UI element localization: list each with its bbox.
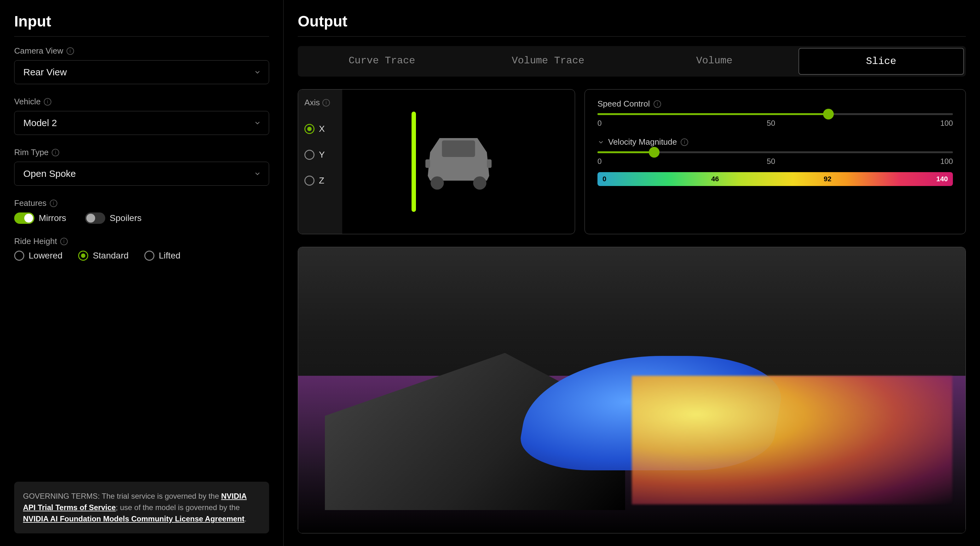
svg-rect-0 [442,141,475,157]
output-tabs: Curve Trace Volume Trace Volume Slice [298,46,966,76]
camera-view-field: Camera View i Rear View [14,46,269,84]
rim-type-label: Rim Type i [14,148,269,157]
chevron-down-icon [254,170,261,177]
axis-preview [342,89,575,234]
terms-mid: ; use of the model is governed by the [116,503,240,512]
speed-control-label: Speed Control i [597,99,953,109]
tab-volume[interactable]: Volume [632,48,797,75]
slider-thumb[interactable] [649,147,660,158]
ride-height-lowered[interactable]: Lowered [14,251,62,261]
velocity-magnitude-slider[interactable] [597,151,953,153]
tick-mid: 50 [767,119,775,128]
ride-height-lifted[interactable]: Lifted [144,251,181,261]
ride-height-lowered-label: Lowered [29,251,62,261]
velocity-magnitude-ticks: 0 50 100 [597,157,953,166]
axis-x-label: X [319,124,325,134]
chevron-down-icon[interactable] [597,139,605,146]
divider [14,36,269,37]
radio-icon [78,251,88,261]
axis-column: Axis i X Y Z [298,89,342,234]
input-panel: Input Camera View i Rear View Vehicle i … [0,0,283,546]
slider-thumb[interactable] [823,109,834,119]
info-icon[interactable]: i [681,138,688,146]
tab-curve-trace[interactable]: Curve Trace [300,48,464,75]
mirrors-toggle[interactable] [14,212,34,224]
camera-view-label: Camera View i [14,46,269,56]
ride-height-lifted-label: Lifted [159,251,181,261]
axis-z[interactable]: Z [304,175,336,186]
radio-icon [304,124,315,134]
camera-view-value: Rear View [23,67,67,78]
car-front-icon [411,115,506,209]
vehicle-field: Vehicle i Model 2 [14,97,269,135]
terms-notice: GOVERNING TERMS: The trial service is go… [14,482,269,533]
gradient-label-3: 140 [936,175,948,183]
features-label-text: Features [14,198,47,208]
axis-options: X Y Z [304,124,336,186]
vehicle-value: Model 2 [23,118,57,128]
vehicle-select[interactable]: Model 2 [14,111,269,135]
input-title: Input [14,13,269,30]
radio-icon [14,251,24,261]
ride-height-label-text: Ride Height [14,236,57,246]
radio-icon [144,251,154,261]
gradient-label-0: 0 [603,175,606,183]
radio-icon [304,175,315,186]
info-icon[interactable]: i [60,238,68,245]
terms-link-license[interactable]: NVIDIA AI Foundation Models Community Li… [23,514,245,523]
axis-label: Axis i [304,98,336,108]
axis-label-text: Axis [304,98,320,108]
rim-type-label-text: Rim Type [14,148,49,157]
terms-suffix: . [245,514,247,523]
info-icon[interactable]: i [52,149,59,156]
speed-control-slider[interactable] [597,113,953,115]
tick-max: 100 [940,119,953,128]
camera-view-label-text: Camera View [14,46,63,56]
axis-y[interactable]: Y [304,150,336,160]
features-label: Features i [14,198,269,208]
info-icon[interactable]: i [654,100,661,108]
mirrors-toggle-item: Mirrors [14,212,66,224]
chevron-down-icon [254,119,261,127]
spoilers-toggle-item: Spoilers [85,212,142,224]
svg-point-2 [473,177,487,190]
ride-height-standard[interactable]: Standard [78,251,129,261]
ride-height-label: Ride Height i [14,236,269,246]
chevron-down-icon [254,68,261,76]
axis-panel: Axis i X Y Z [298,89,575,234]
tick-max: 100 [940,157,953,166]
axis-z-label: Z [319,175,324,186]
radio-icon [304,150,315,160]
output-panel: Output Curve Trace Volume Trace Volume S… [283,0,980,546]
mirrors-label: Mirrors [39,213,66,223]
ride-height-field: Ride Height i Lowered Standard Lifted [14,236,269,261]
output-controls-row: Axis i X Y Z [298,89,966,234]
tab-volume-trace[interactable]: Volume Trace [466,48,630,75]
rim-type-value: Open Spoke [23,168,76,179]
ride-height-standard-label: Standard [93,251,129,261]
info-icon[interactable]: i [67,47,74,55]
slider-fill [597,151,654,153]
divider [298,36,966,37]
speed-control-group: Speed Control i 0 50 100 [597,99,953,128]
svg-rect-4 [487,159,492,168]
rim-type-select[interactable]: Open Spoke [14,162,269,186]
speed-control-ticks: 0 50 100 [597,119,953,128]
terms-prefix: GOVERNING TERMS: The trial service is go… [23,492,221,500]
velocity-magnitude-group: Velocity Magnitude i 0 50 100 0 46 [597,137,953,186]
vehicle-label: Vehicle i [14,97,269,107]
camera-view-select[interactable]: Rear View [14,60,269,84]
svg-point-1 [431,177,444,190]
tab-slice[interactable]: Slice [799,48,964,75]
render-viewport[interactable] [298,247,966,533]
info-icon[interactable]: i [50,199,57,207]
features-field: Features i Mirrors Spoilers [14,198,269,224]
spoilers-toggle[interactable] [85,212,105,224]
slice-position-handle[interactable] [412,111,416,212]
gradient-label-2: 92 [824,175,831,183]
info-icon[interactable]: i [44,98,51,106]
info-icon[interactable]: i [322,99,330,107]
speed-control-label-text: Speed Control [597,99,650,109]
axis-y-label: Y [319,150,325,160]
axis-x[interactable]: X [304,124,336,134]
